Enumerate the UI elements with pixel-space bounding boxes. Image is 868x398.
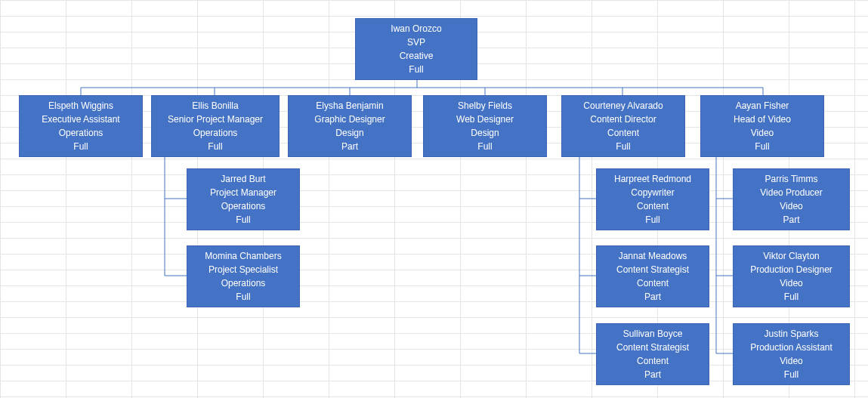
node-title: Project Manager bbox=[189, 186, 298, 199]
node-title: Video Producer bbox=[735, 186, 848, 199]
node-status: Full bbox=[735, 290, 848, 304]
node-dept: Operations bbox=[189, 199, 298, 213]
org-node-courteney[interactable]: Courteney Alvarado Content Director Cont… bbox=[561, 95, 685, 157]
org-node-harpreet[interactable]: Harpreet Redmond Copywriter Content Full bbox=[596, 168, 709, 230]
spreadsheet-canvas: Iwan Orozco SVP Creative Full Elspeth Wi… bbox=[0, 0, 868, 398]
node-title: Graphic Designer bbox=[290, 113, 409, 126]
node-dept: Operations bbox=[189, 276, 298, 290]
node-name: Parris Timms bbox=[735, 172, 848, 186]
node-dept: Creative bbox=[357, 49, 475, 63]
node-name: Sullivan Boyce bbox=[598, 327, 707, 341]
node-status: Full bbox=[189, 290, 298, 304]
node-name: Harpreet Redmond bbox=[598, 172, 707, 186]
node-dept: Content bbox=[564, 126, 683, 140]
node-name: Elspeth Wiggins bbox=[21, 99, 141, 113]
node-title: Executive Assistant bbox=[21, 113, 141, 126]
node-dept: Video bbox=[735, 354, 848, 368]
org-node-ellis[interactable]: Ellis Bonilla Senior Project Manager Ope… bbox=[151, 95, 280, 157]
org-node-elspeth[interactable]: Elspeth Wiggins Executive Assistant Oper… bbox=[19, 95, 143, 157]
node-title: Senior Project Manager bbox=[153, 113, 277, 126]
node-dept: Video bbox=[735, 276, 848, 290]
org-node-viktor[interactable]: Viktor Clayton Production Designer Video… bbox=[733, 245, 850, 307]
org-node-momina[interactable]: Momina Chambers Project Specialist Opera… bbox=[187, 245, 300, 307]
node-status: Part bbox=[290, 140, 409, 153]
node-dept: Operations bbox=[153, 126, 277, 140]
node-title: SVP bbox=[357, 35, 475, 49]
node-name: Iwan Orozco bbox=[357, 22, 475, 35]
org-node-elysha[interactable]: Elysha Benjamin Graphic Designer Design … bbox=[288, 95, 412, 157]
node-status: Full bbox=[425, 140, 545, 153]
node-status: Full bbox=[357, 63, 475, 76]
node-title: Web Designer bbox=[425, 113, 545, 126]
node-name: Viktor Clayton bbox=[735, 249, 848, 263]
node-status: Full bbox=[189, 213, 298, 227]
node-dept: Design bbox=[425, 126, 545, 140]
org-node-shelby[interactable]: Shelby Fields Web Designer Design Full bbox=[423, 95, 547, 157]
org-node-jannat[interactable]: Jannat Meadows Content Strategist Conten… bbox=[596, 245, 709, 307]
node-status: Full bbox=[598, 213, 707, 227]
node-status: Full bbox=[564, 140, 683, 153]
node-title: Head of Video bbox=[703, 113, 822, 126]
node-status: Part bbox=[735, 213, 848, 227]
node-name: Shelby Fields bbox=[425, 99, 545, 113]
org-node-aayan[interactable]: Aayan Fisher Head of Video Video Full bbox=[700, 95, 824, 157]
org-node-parris[interactable]: Parris Timms Video Producer Video Part bbox=[733, 168, 850, 230]
node-dept: Content bbox=[598, 354, 707, 368]
node-title: Production Designer bbox=[735, 263, 848, 276]
node-dept: Video bbox=[703, 126, 822, 140]
node-status: Full bbox=[735, 368, 848, 381]
node-title: Content Strategist bbox=[598, 263, 707, 276]
node-title: Production Assistant bbox=[735, 341, 848, 354]
org-node-jarred[interactable]: Jarred Burt Project Manager Operations F… bbox=[187, 168, 300, 230]
node-status: Full bbox=[153, 140, 277, 153]
node-dept: Operations bbox=[21, 126, 141, 140]
node-title: Content Strategist bbox=[598, 341, 707, 354]
node-dept: Content bbox=[598, 276, 707, 290]
node-title: Content Director bbox=[564, 113, 683, 126]
node-dept: Content bbox=[598, 199, 707, 213]
org-node-root[interactable]: Iwan Orozco SVP Creative Full bbox=[355, 18, 477, 80]
node-status: Full bbox=[21, 140, 141, 153]
node-status: Full bbox=[703, 140, 822, 153]
node-status: Part bbox=[598, 368, 707, 381]
node-name: Jarred Burt bbox=[189, 172, 298, 186]
node-title: Copywriter bbox=[598, 186, 707, 199]
node-name: Jannat Meadows bbox=[598, 249, 707, 263]
node-title: Project Specialist bbox=[189, 263, 298, 276]
node-name: Elysha Benjamin bbox=[290, 99, 409, 113]
node-dept: Video bbox=[735, 199, 848, 213]
org-node-sullivan[interactable]: Sullivan Boyce Content Strategist Conten… bbox=[596, 323, 709, 385]
node-dept: Design bbox=[290, 126, 409, 140]
node-name: Justin Sparks bbox=[735, 327, 848, 341]
org-node-justin[interactable]: Justin Sparks Production Assistant Video… bbox=[733, 323, 850, 385]
node-name: Courteney Alvarado bbox=[564, 99, 683, 113]
node-name: Aayan Fisher bbox=[703, 99, 822, 113]
node-name: Momina Chambers bbox=[189, 249, 298, 263]
node-status: Part bbox=[598, 290, 707, 304]
node-name: Ellis Bonilla bbox=[153, 99, 277, 113]
